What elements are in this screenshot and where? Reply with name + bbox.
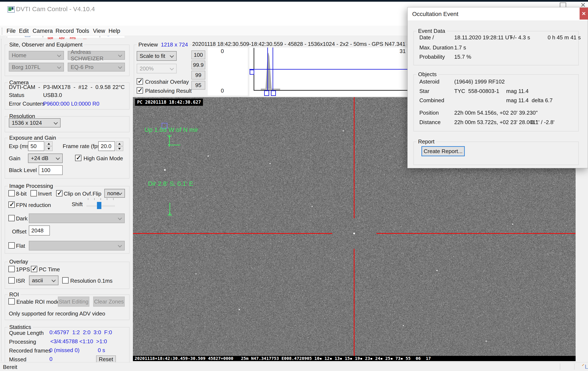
menu-edit[interactable]: Edit — [19, 28, 29, 34]
error-counters-label: Error Counters — [9, 101, 45, 107]
framerate-label: Frame rate (fps) — [63, 143, 102, 149]
black-level-input[interactable]: 100 — [39, 165, 63, 175]
flip-select[interactable]: none — [104, 189, 125, 198]
dialog-title-bar[interactable]: Occultation Event ✕ — [408, 7, 588, 21]
flat-select[interactable] — [29, 241, 125, 251]
position-value: 22h 00m 54.156s, +02 20' 39.230" — [454, 110, 538, 116]
flat-checkbox[interactable] — [8, 242, 15, 249]
pctime-label: PC Time — [39, 266, 60, 273]
histogram-max-value: 31 — [399, 48, 406, 54]
clear-zones-button[interactable]: Clear Zones — [93, 297, 125, 307]
exp-input[interactable]: 50 — [28, 141, 44, 151]
probability-label: Probability — [419, 54, 445, 60]
telescope-select[interactable]: Borg 107FL — [9, 63, 64, 72]
gain-select[interactable]: +24 dB — [28, 154, 63, 163]
shift-label: Shift — [72, 201, 83, 208]
invert-label: Invert — [38, 191, 52, 197]
asteroid-label: Asteroid — [419, 78, 439, 85]
crosshair-overlay-label: Crosshair Overlay — [145, 79, 189, 85]
invert-checkbox[interactable] — [31, 190, 37, 196]
camera-status-value: USB3.0 — [43, 92, 62, 98]
crosshair-overlay-checkbox[interactable] — [137, 78, 143, 85]
create-report-button[interactable]: Create Report... — [421, 146, 465, 156]
offset-input[interactable]: 2048 — [29, 225, 50, 235]
start-editing-button[interactable]: Start Editing — [58, 297, 89, 307]
frame-info: 20201118 18:42:30.509-18:42:30.559 - 458… — [192, 41, 406, 47]
platesolving-checkbox[interactable] — [137, 87, 143, 94]
mount-select[interactable]: EQ-6 Pro — [68, 63, 125, 72]
isr-checkbox[interactable] — [8, 277, 15, 284]
camera-model: DVTI-CAM - P3-IMX178 - #12 - 0.9.58 — [9, 84, 111, 90]
distance-value: 22h 00m 53.722s, +02 23' 28.001" — [454, 119, 538, 126]
min-handle[interactable] — [264, 90, 269, 96]
crosshair-vertical-bottom — [354, 249, 355, 356]
menu-view[interactable]: View — [93, 28, 105, 34]
dark-checkbox[interactable] — [8, 215, 15, 221]
error-counters-value: P9600:000 L0:0000 R0 — [43, 101, 99, 107]
menu-tools[interactable]: Tools — [76, 28, 89, 34]
chevron-down-icon — [170, 66, 174, 70]
chevron-down-icon — [56, 156, 60, 160]
resolution-select[interactable]: 1536 x 1024 — [9, 118, 61, 127]
level-handle[interactable] — [250, 70, 254, 75]
menu-file[interactable]: File — [7, 28, 16, 34]
crosshair-vertical-top — [354, 97, 355, 218]
roi-group-title: ROI — [8, 291, 21, 298]
fpn-checkbox[interactable] — [8, 201, 15, 208]
resolution01ms-checkbox[interactable] — [62, 277, 69, 284]
recorded-value: 0 (missed 0) — [49, 347, 80, 354]
dialog-close-button[interactable]: ✕ — [580, 8, 588, 20]
menu-help[interactable]: Help — [108, 28, 120, 34]
8bit-checkbox[interactable] — [8, 190, 15, 196]
site-select[interactable]: Home — [9, 51, 64, 60]
dark-select[interactable] — [29, 213, 125, 223]
window-top-border — [0, 0, 588, 2]
zoom-level-select[interactable]: 200% — [137, 64, 177, 74]
combined-label: Combined — [419, 97, 444, 104]
missed-value: 0 — [49, 356, 52, 362]
1pps-checkbox[interactable] — [8, 266, 15, 272]
reset-button[interactable]: Reset — [96, 355, 116, 363]
stretch-95-button[interactable]: 95 — [191, 81, 205, 90]
exposure-group-title: Exposure and Gain — [8, 135, 58, 141]
menu-grip[interactable] — [2, 28, 2, 34]
queue-label: Queue Length — [9, 330, 44, 336]
menu-camera[interactable]: Camera — [32, 28, 53, 34]
histogram-base — [261, 89, 280, 90]
stretch-999-button[interactable]: 99.9 — [191, 61, 205, 69]
chevron-down-icon — [118, 65, 122, 69]
black-level-label: Black Level — [9, 167, 37, 173]
high-gain-checkbox[interactable] — [75, 155, 81, 161]
annotation-up: Up 1.0d W of N mir — [145, 126, 198, 133]
exp-stepper[interactable] — [45, 141, 52, 151]
pctime-checkbox[interactable] — [31, 266, 37, 272]
dock-splitter[interactable] — [1, 39, 1, 361]
framerate-stepper[interactable] — [116, 141, 123, 151]
stretch-100-button[interactable]: 100 — [191, 51, 205, 59]
8bit-label: 8-bit — [16, 191, 27, 197]
histogram-max-line[interactable] — [273, 48, 273, 95]
isr-format-select[interactable]: ascii — [29, 276, 58, 285]
objects-title: Objects — [416, 71, 438, 78]
framerate-input[interactable]: 20.0 — [98, 141, 115, 151]
clip-checkbox[interactable] — [56, 190, 63, 196]
isr-label: ISR — [16, 278, 25, 284]
roi-enable-checkbox[interactable] — [8, 298, 15, 305]
fpn-label: FPN reduction — [16, 202, 51, 208]
menu-record[interactable]: Record — [55, 28, 74, 34]
max-handle[interactable] — [271, 90, 276, 96]
offset-label: Offset — [12, 228, 27, 235]
star-label: Star — [419, 88, 430, 95]
slider-tick — [101, 198, 101, 200]
scale-mode-select[interactable]: Scale to fit — [137, 51, 177, 61]
duration-value: 1.7 s — [454, 44, 466, 51]
probability-value: 15.7 % — [454, 54, 471, 60]
histogram-peak — [265, 53, 272, 90]
platesolving-label: Platesolving Result — [145, 88, 192, 94]
observer-select[interactable]: Andreas SCHWEIZER — [68, 51, 125, 60]
stretch-99-button[interactable]: 99 — [191, 71, 205, 80]
shift-slider-thumb[interactable] — [97, 202, 101, 209]
recorded-label: Recorded frames — [9, 348, 51, 354]
clip-label: Clip on Ovf. — [64, 191, 92, 197]
histogram-min-line[interactable] — [267, 48, 268, 95]
